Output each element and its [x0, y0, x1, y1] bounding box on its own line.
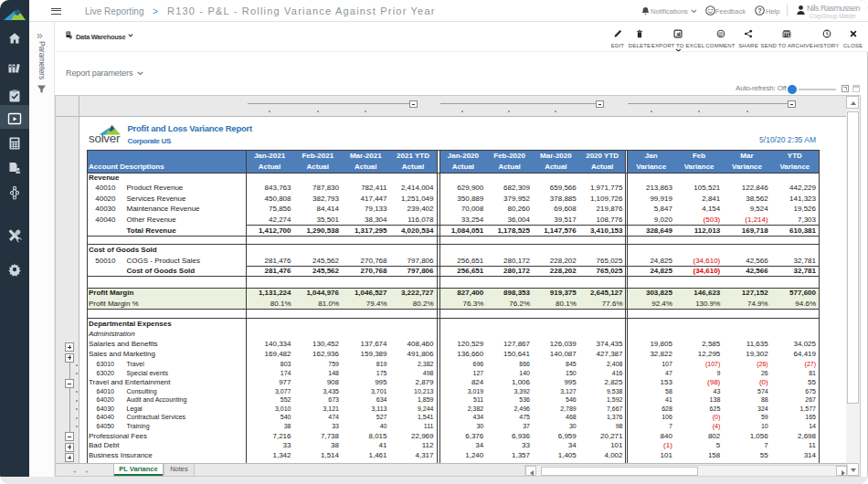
svg-text:?: ? [757, 7, 761, 14]
svg-text:@: @ [718, 31, 724, 37]
